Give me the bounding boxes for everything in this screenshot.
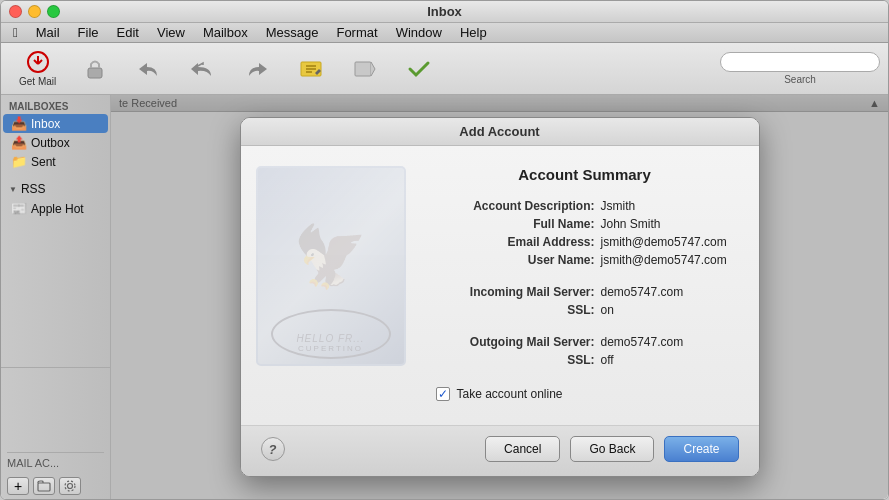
outgoing-mail-server-row: Outgoing Mail Server: demo5747.com <box>441 335 729 349</box>
menu-help[interactable]: Help <box>452 24 495 41</box>
menu-format[interactable]: Format <box>328 24 385 41</box>
take-account-online-row: ✓ Take account online <box>271 387 729 401</box>
take-account-online-checkbox[interactable]: ✓ <box>436 387 450 401</box>
main-panel: te Received ▲ Add Account 🦅 <box>111 95 888 499</box>
toolbar: Get Mail <box>1 43 888 95</box>
mail-accounts-label: MAIL AC... <box>7 457 59 469</box>
reply-button[interactable] <box>124 53 174 85</box>
menu-view[interactable]: View <box>149 24 193 41</box>
reply-icon <box>135 57 163 81</box>
svg-point-12 <box>65 481 75 491</box>
user-name-row: User Name: jsmith@demo5747.com <box>441 253 729 267</box>
dialog-title: Add Account <box>459 124 539 139</box>
cancel-button[interactable]: Cancel <box>485 436 560 462</box>
compose-button[interactable] <box>286 53 336 85</box>
rss-section[interactable]: ▼ RSS <box>1 179 110 199</box>
minimize-button[interactable] <box>28 5 41 18</box>
full-name-value: John Smith <box>601 217 661 231</box>
content-area: MAILBOXES 📥 Inbox 📤 Outbox 📁 Sent ▼ RSS … <box>1 95 888 499</box>
outgoing-ssl-value: off <box>601 353 614 367</box>
inbox-icon: 📥 <box>11 116 27 131</box>
menu-mail[interactable]: Mail <box>28 24 68 41</box>
reply-all-icon <box>189 57 217 81</box>
outgoing-ssl-label: SSL: <box>441 353 601 367</box>
mailboxes-header: MAILBOXES <box>1 97 110 114</box>
lock-button[interactable] <box>70 53 120 85</box>
email-address-label: Email Address: <box>441 235 601 249</box>
full-name-label: Full Name: <box>441 217 601 231</box>
rss-feed-icon: 📰 <box>11 201 27 216</box>
forward-button[interactable] <box>232 53 282 85</box>
create-button[interactable]: Create <box>664 436 738 462</box>
reply-all-button[interactable] <box>178 53 228 85</box>
get-mail-label: Get Mail <box>19 76 56 87</box>
take-account-online-label: Take account online <box>456 387 562 401</box>
sidebar-item-inbox[interactable]: 📥 Inbox <box>3 114 108 133</box>
outgoing-mail-server-value: demo5747.com <box>601 335 684 349</box>
sidebar-item-apple-hot[interactable]: 📰 Apple Hot <box>3 199 108 218</box>
sidebar: MAILBOXES 📥 Inbox 📤 Outbox 📁 Sent ▼ RSS … <box>1 95 111 499</box>
get-mail-button[interactable]: Get Mail <box>9 46 66 91</box>
sidebar-item-sent-label: Sent <box>31 155 56 169</box>
search-label: Search <box>784 74 816 85</box>
svg-rect-10 <box>38 483 50 491</box>
compose-icon <box>297 57 325 81</box>
search-area: Search <box>720 52 880 85</box>
checkmark-icon: ✓ <box>438 388 448 400</box>
summary-section: Account Summary Account Description: Jsm… <box>441 166 729 367</box>
settings-button[interactable] <box>59 477 81 495</box>
incoming-ssl-label: SSL: <box>441 303 601 317</box>
close-button[interactable] <box>9 5 22 18</box>
sidebar-item-outbox-label: Outbox <box>31 136 70 150</box>
dialog-content: 🦅 CUPERTINO HELLO FR... Account Summary <box>241 146 759 425</box>
svg-rect-4 <box>88 68 102 78</box>
forward-icon <box>243 57 271 81</box>
outbox-icon: 📤 <box>11 135 27 150</box>
incoming-mail-server-row: Incoming Mail Server: demo5747.com <box>441 285 729 299</box>
sidebar-item-outbox[interactable]: 📤 Outbox <box>3 133 108 152</box>
window-title: Inbox <box>427 4 462 19</box>
user-name-value: jsmith@demo5747.com <box>601 253 727 267</box>
incoming-ssl-value: on <box>601 303 614 317</box>
account-description-value: Jsmith <box>601 199 636 213</box>
mail-accounts-section: MAIL AC... <box>1 367 110 473</box>
incoming-ssl-row: SSL: on <box>441 303 729 317</box>
menu-apple[interactable]:  <box>5 24 26 41</box>
junk-button[interactable] <box>394 53 444 85</box>
add-account-dialog: Add Account 🦅 CUPERTINO HELLO FR... <box>240 117 760 477</box>
go-back-button[interactable]: Go Back <box>570 436 654 462</box>
folder-button[interactable] <box>33 477 55 495</box>
sidebar-item-inbox-label: Inbox <box>31 117 60 131</box>
stamp-text: HELLO FR... <box>296 333 364 344</box>
get-mail-icon <box>24 50 52 74</box>
junk-icon <box>405 57 433 81</box>
menu-mailbox[interactable]: Mailbox <box>195 24 256 41</box>
incoming-mail-server-label: Incoming Mail Server: <box>441 285 601 299</box>
delete-button[interactable] <box>340 53 390 85</box>
menu-window[interactable]: Window <box>388 24 450 41</box>
dialog-btn-group: Cancel Go Back Create <box>485 436 738 462</box>
add-mailbox-button[interactable]: + <box>7 477 29 495</box>
menu-edit[interactable]: Edit <box>109 24 147 41</box>
svg-rect-9 <box>355 62 371 76</box>
menu-file[interactable]: File <box>70 24 107 41</box>
dialog-buttons: ? Cancel Go Back Create <box>241 425 759 476</box>
incoming-mail-server-value: demo5747.com <box>601 285 684 299</box>
menu-message[interactable]: Message <box>258 24 327 41</box>
help-icon: ? <box>269 442 277 457</box>
sidebar-item-sent[interactable]: 📁 Sent <box>3 152 108 171</box>
eagle-icon: 🦅 <box>293 221 368 292</box>
help-button[interactable]: ? <box>261 437 285 461</box>
svg-point-11 <box>68 484 73 489</box>
sidebar-item-apple-hot-label: Apple Hot <box>31 202 84 216</box>
maximize-button[interactable] <box>47 5 60 18</box>
watermark: 🦅 CUPERTINO HELLO FR... <box>251 156 411 376</box>
outgoing-ssl-row: SSL: off <box>441 353 729 367</box>
email-address-row: Email Address: jsmith@demo5747.com <box>441 235 729 249</box>
sidebar-bottom-buttons: + <box>1 473 110 499</box>
user-name-label: User Name: <box>441 253 601 267</box>
delete-icon <box>351 57 379 81</box>
watermark-inner: 🦅 CUPERTINO HELLO FR... <box>256 166 406 366</box>
main-window: Inbox  Mail File Edit View Mailbox Mess… <box>0 0 889 500</box>
search-input[interactable] <box>720 52 880 72</box>
